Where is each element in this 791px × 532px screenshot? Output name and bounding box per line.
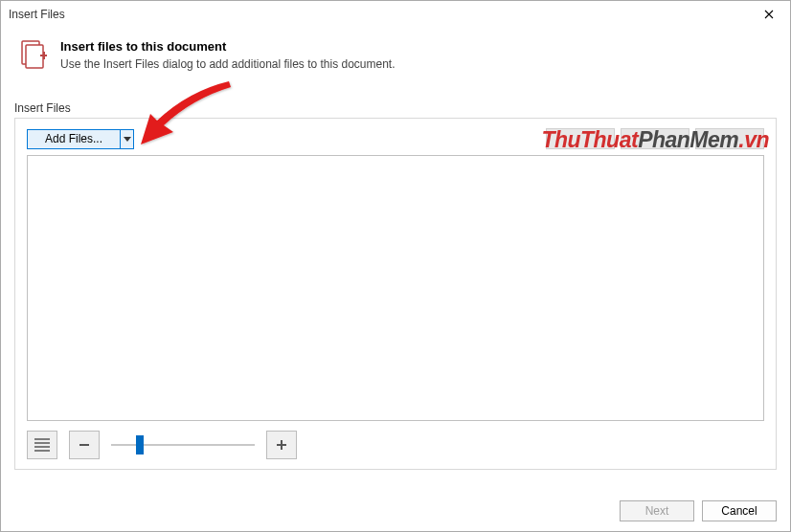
list-icon [34,438,50,452]
window-title: Insert Files [9,8,65,21]
dialog-subtext: Use the Insert Files dialog to add addit… [60,57,396,71]
zoom-slider-wrap [111,444,255,446]
insert-files-icon [18,39,49,70]
zoom-slider[interactable] [111,444,255,446]
close-button[interactable] [756,1,782,28]
add-files-dropdown[interactable] [120,130,133,148]
dialog-footer: Next Cancel [620,500,777,521]
add-files-label: Add Files... [28,132,120,145]
cancel-button[interactable]: Cancel [702,500,777,521]
next-button[interactable]: Next [620,500,694,521]
disabled-action-1 [546,128,615,149]
close-icon [764,10,774,19]
chevron-down-icon [124,137,131,142]
section-toolbar: Add Files... [27,128,764,149]
minus-icon [78,438,91,452]
bottom-toolbar [27,431,764,459]
section-label: Insert Files [14,101,777,115]
disabled-action-3 [695,128,764,149]
dialog-header: Insert files to this document Use the In… [1,28,790,88]
list-view-button[interactable] [27,431,57,459]
plus-icon [275,438,288,452]
titlebar: Insert Files [1,1,790,28]
zoom-out-button[interactable] [69,431,100,459]
dialog-heading: Insert files to this document [60,39,396,54]
insert-files-section: Add Files... [14,118,777,470]
zoom-in-button[interactable] [266,431,297,459]
file-list[interactable] [27,155,764,421]
disabled-action-2 [621,128,689,149]
add-files-button[interactable]: Add Files... [27,129,134,149]
